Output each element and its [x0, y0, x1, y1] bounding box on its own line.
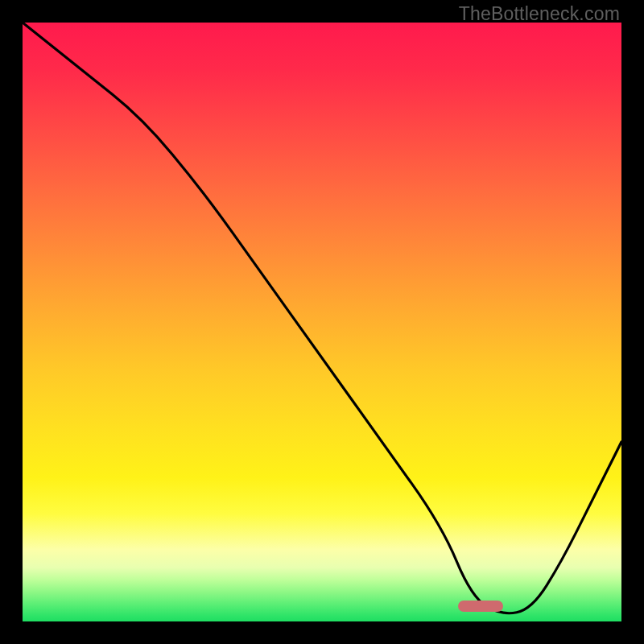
heat-gradient-background: [23, 23, 621, 621]
watermark-text: TheBottleneck.com: [459, 3, 620, 25]
chart-frame: [23, 23, 621, 621]
optimal-range-marker: [458, 601, 503, 612]
